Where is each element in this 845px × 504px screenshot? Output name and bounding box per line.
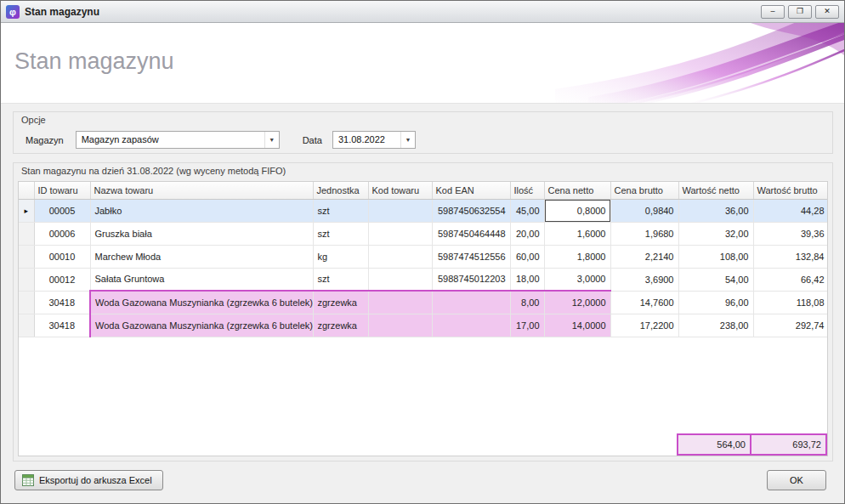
column-header[interactable]: Jednostka [313,182,368,199]
stock-table: ID towaruNazwa towaruJednostkaKod towaru… [19,182,828,337]
row-selector[interactable] [19,222,34,245]
cell-unit[interactable]: szt [313,268,368,291]
cell-code[interactable] [368,199,432,222]
cell-id[interactable]: 30418 [34,291,90,314]
grid-body: ▸00005Jabłkoszt598745063255445,000,80000… [19,199,828,337]
cell-name[interactable]: Sałata Gruntowa [90,268,313,291]
cell-gross_value[interactable]: 292,74 [753,314,828,337]
column-header[interactable]: Wartość brutto [753,182,828,199]
cell-net_price[interactable]: 14,0000 [544,314,610,337]
date-select[interactable]: 31.08.2022 ▼ [332,131,416,149]
column-header[interactable]: Nazwa towaru [90,182,313,199]
cell-gross_value[interactable]: 39,36 [753,222,828,245]
column-header[interactable]: Wartość netto [678,182,753,199]
warehouse-label: Magazyn [26,135,64,145]
cell-net_price[interactable]: 0,8000 [544,199,610,222]
cell-qty[interactable]: 45,00 [510,199,544,222]
cell-gross_price[interactable]: 1,9680 [610,222,678,245]
cell-gross_value[interactable]: 132,84 [753,245,828,268]
totals-row: 564,00 693,72 [677,433,827,456]
row-selector[interactable] [19,291,34,314]
export-excel-button[interactable]: Eksportuj do arkusza Excel [14,470,163,490]
cell-qty[interactable]: 17,00 [510,314,544,337]
cell-qty[interactable]: 18,00 [510,268,544,291]
cell-net_price[interactable]: 12,0000 [544,291,610,314]
cell-unit[interactable]: zgrzewka [313,291,368,314]
cell-name[interactable]: Woda Gazowana Muszynianka (zgrzewka 6 bu… [90,291,313,314]
cell-id[interactable]: 00010 [34,245,90,268]
row-selector-header [19,182,34,199]
row-selector[interactable]: ▸ [19,199,34,222]
cell-net_price[interactable]: 1,8000 [544,245,610,268]
table-row: 00010Marchew Młodakg598747451255660,001,… [19,245,828,268]
export-excel-label: Eksportuj do arkusza Excel [39,475,152,485]
cell-ean[interactable]: 5987450632554 [432,199,510,222]
cell-id[interactable]: 00012 [34,268,90,291]
cell-gross_price[interactable]: 17,2200 [610,314,678,337]
grid-header-row: ID towaruNazwa towaruJednostkaKod towaru… [19,182,828,199]
cell-ean[interactable] [432,291,510,314]
cell-code[interactable] [368,245,432,268]
cell-unit[interactable]: szt [313,222,368,245]
column-header[interactable]: Kod towaru [368,182,432,199]
cell-net_value[interactable]: 238,00 [678,314,753,337]
cell-code[interactable] [368,291,432,314]
cell-code[interactable] [368,268,432,291]
cell-name[interactable]: Gruszka biała [90,222,313,245]
column-header[interactable]: ID towaru [34,182,90,199]
date-label: Data [303,135,322,145]
row-selector[interactable] [19,245,34,268]
cell-gross_price[interactable]: 0,9840 [610,199,678,222]
cell-net_price[interactable]: 3,0000 [544,268,610,291]
cell-unit[interactable]: szt [313,199,368,222]
close-button[interactable]: ✕ [815,5,839,19]
cell-net_value[interactable]: 96,00 [678,291,753,314]
maximize-button[interactable]: ❐ [788,5,812,19]
cell-net_value[interactable]: 54,00 [678,268,753,291]
cell-name[interactable]: Jabłko [90,199,313,222]
cell-unit[interactable]: zgrzewka [313,314,368,337]
column-header[interactable]: Cena brutto [610,182,678,199]
row-selector[interactable] [19,314,34,337]
chevron-down-icon: ▼ [400,132,415,148]
excel-icon [22,474,34,486]
warehouse-selected-value: Magazyn zapasów [77,132,264,148]
cell-gross_price[interactable]: 2,2140 [610,245,678,268]
total-net-value: 564,00 [678,435,751,454]
cell-net_value[interactable]: 36,00 [678,199,753,222]
cell-net_price[interactable]: 1,6000 [544,222,610,245]
cell-gross_value[interactable]: 44,28 [753,199,828,222]
column-header[interactable]: Kod EAN [432,182,510,199]
cell-gross_value[interactable]: 66,42 [753,268,828,291]
warehouse-select[interactable]: Magazyn zapasów ▼ [76,131,280,149]
cell-ean[interactable] [432,314,510,337]
cell-ean[interactable]: 5987474512556 [432,245,510,268]
cell-qty[interactable]: 20,00 [510,222,544,245]
cell-id[interactable]: 00006 [34,222,90,245]
minimize-button[interactable]: – [761,5,785,19]
cell-name[interactable]: Woda Gazowana Muszynianka (zgrzewka 6 bu… [90,314,313,337]
cell-net_value[interactable]: 32,00 [678,222,753,245]
total-gross-value: 693,72 [751,435,825,454]
cell-id[interactable]: 30418 [34,314,90,337]
column-header[interactable]: Ilość [510,182,544,199]
cell-code[interactable] [368,222,432,245]
cell-gross_value[interactable]: 118,08 [753,291,828,314]
ok-button[interactable]: OK [767,470,826,490]
cell-unit[interactable]: kg [313,245,368,268]
cell-qty[interactable]: 8,00 [510,291,544,314]
options-group: Opcje Magazyn Magazyn zapasów ▼ Data 31.… [13,111,833,154]
stock-grid-area: ID towaruNazwa towaruJednostkaKod towaru… [18,181,828,456]
cell-gross_price[interactable]: 14,7600 [610,291,678,314]
cell-ean[interactable]: 5988745012203 [432,268,510,291]
cell-ean[interactable]: 5987450464448 [432,222,510,245]
cell-code[interactable] [368,314,432,337]
row-selector[interactable] [19,268,34,291]
cell-name[interactable]: Marchew Młoda [90,245,313,268]
cell-net_value[interactable]: 108,00 [678,245,753,268]
cell-qty[interactable]: 60,00 [510,245,544,268]
column-header[interactable]: Cena netto [544,182,610,199]
table-row: ▸00005Jabłkoszt598745063255445,000,80000… [19,199,828,222]
cell-id[interactable]: 00005 [34,199,90,222]
cell-gross_price[interactable]: 3,6900 [610,268,678,291]
